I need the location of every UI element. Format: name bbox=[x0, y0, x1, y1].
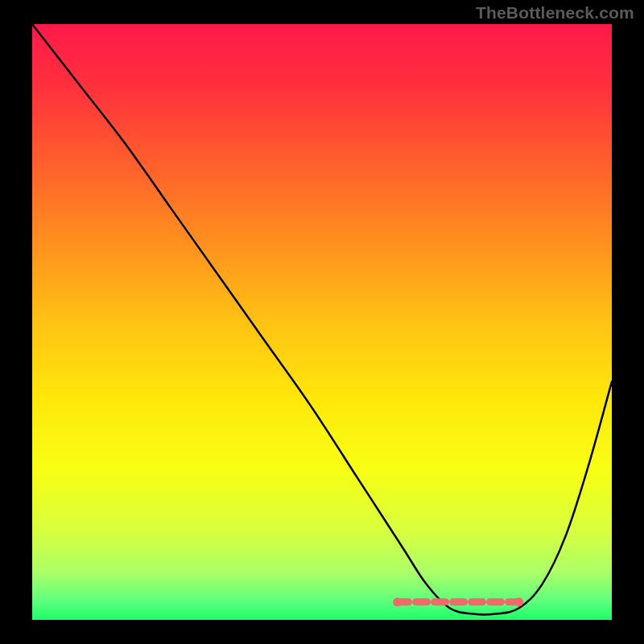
watermark-text: TheBottleneck.com bbox=[476, 3, 634, 23]
chart-container: TheBottleneck.com bbox=[0, 0, 644, 644]
plot-area bbox=[32, 24, 612, 620]
bottleneck-chart bbox=[32, 24, 612, 620]
gradient-background bbox=[32, 24, 612, 620]
